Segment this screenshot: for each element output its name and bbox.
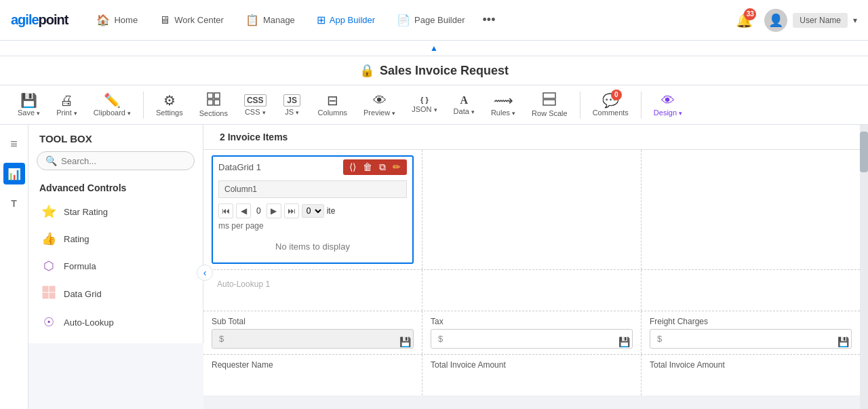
- side-icon-chart[interactable]: 📊: [3, 163, 25, 184]
- toolbar-design[interactable]: 👁 Design ▾: [647, 91, 689, 119]
- canvas-row-totals: Sub Total $ 💾 Tax $ 💾 Freight Charges: [203, 311, 860, 355]
- freight-save-icon[interactable]: 💾: [837, 336, 849, 347]
- toolbar-data[interactable]: A Data ▾: [447, 92, 481, 118]
- subtotal-save-icon[interactable]: 💾: [399, 336, 411, 347]
- notification-button[interactable]: 🔔 33: [732, 8, 756, 33]
- toolbar-rowscale[interactable]: Row Scale: [525, 90, 574, 120]
- canvas-cell-datagrid: DataGrid 1 ⟨⟩ 🗑 ⧉ ✏ Column1 ⏮: [203, 150, 422, 269]
- monitor-icon: 🖥: [159, 14, 170, 26]
- logo[interactable]: agilepoint: [11, 12, 68, 28]
- requester-name-label: Requester Name: [212, 360, 414, 370]
- form-canvas: DataGrid 1 ⟨⟩ 🗑 ⧉ ✏ Column1 ⏮: [203, 150, 860, 395]
- toolbar-settings[interactable]: ⚙ Settings: [149, 91, 190, 119]
- nav-item-appbuilder[interactable]: ⊞ App Builder: [307, 8, 384, 32]
- nav-item-pagebuilder[interactable]: 📄 Page Builder: [387, 8, 474, 32]
- nav-label-workcenter: Work Center: [174, 15, 224, 25]
- preview-icon: 👁: [373, 94, 387, 107]
- toolbar-divider-2: [580, 92, 580, 119]
- user-area[interactable]: 👤 User Name ▾: [764, 9, 857, 32]
- toolbar-clipboard[interactable]: ✏️ Clipboard ▾: [87, 91, 138, 119]
- freight-input[interactable]: $: [650, 329, 852, 349]
- canvas-row-autolookup: Auto-Lookup 1: [203, 270, 860, 311]
- datagrid-edit-btn[interactable]: ✏: [391, 161, 403, 173]
- user-avatar: 👤: [764, 9, 787, 32]
- user-dropdown-icon[interactable]: ▾: [853, 16, 857, 25]
- autolookup-label: Auto-Lookup: [64, 317, 114, 328]
- datagrid-widget[interactable]: DataGrid 1 ⟨⟩ 🗑 ⧉ ✏ Column1 ⏮: [212, 155, 414, 264]
- toolbar-js[interactable]: JS JS ▾: [276, 92, 309, 119]
- more-button[interactable]: •••: [477, 10, 501, 30]
- star-rating-icon: ⭐: [41, 204, 57, 219]
- save-icon: 💾: [20, 94, 37, 107]
- toolbar-comments[interactable]: 💬 0 Comments: [586, 91, 635, 119]
- appbuilder-icon: ⊞: [317, 14, 326, 26]
- toolbox-title: TOOL BOX: [28, 133, 203, 151]
- rowscale-label: Row Scale: [532, 109, 568, 117]
- canvas-area: 2 Invoice Items DataGrid 1 ⟨⟩ 🗑 ⧉ ✏: [203, 125, 860, 409]
- canvas-cell-autolookup: Auto-Lookup 1: [203, 270, 422, 311]
- tax-save-icon[interactable]: 💾: [618, 336, 630, 347]
- toolbox-item-autolookup[interactable]: ☉ Auto-Lookup: [34, 309, 197, 335]
- datagrid-title-bar: DataGrid 1 ⟨⟩ 🗑 ⧉ ✏: [213, 157, 412, 178]
- pagination-prev-btn[interactable]: ◀: [236, 203, 251, 218]
- rules-icon: ⟿: [494, 94, 513, 107]
- pagebuilder-icon: 📄: [397, 14, 410, 26]
- nav-item-manage[interactable]: 📋 Manage: [236, 8, 304, 32]
- toolbox-item-datagrid[interactable]: Data Grid: [34, 280, 197, 308]
- search-input[interactable]: [61, 156, 186, 166]
- rating-label: Rating: [64, 234, 90, 244]
- canvas-row-datagrid: DataGrid 1 ⟨⟩ 🗑 ⧉ ✏ Column1 ⏮: [203, 150, 860, 270]
- canvas-row-bottom-labels: Requester Name Total Invoice Amount Tota…: [203, 355, 860, 395]
- pagination-current: 0: [254, 206, 264, 216]
- toolbar-css[interactable]: CSS CSS ▾: [237, 92, 273, 119]
- lock-icon: 🔒: [359, 63, 374, 78]
- canvas-cell-tax: Tax $ 💾: [422, 311, 642, 354]
- user-name-label: User Name: [793, 13, 848, 28]
- side-icon-list[interactable]: ≡: [3, 133, 25, 155]
- nav-item-workcenter[interactable]: 🖥 Work Center: [150, 9, 233, 32]
- collapse-panel-button[interactable]: ‹: [197, 265, 213, 281]
- toolbox-items-list: ⭐ Star Rating 👍 Rating ⬡ Formula Data Gr…: [28, 199, 203, 335]
- toolbox-search-box[interactable]: 🔍: [37, 151, 195, 170]
- toolbar-preview[interactable]: 👁 Preview ▾: [357, 91, 402, 119]
- toolbar-rules[interactable]: ⟿ Rules ▾: [484, 91, 522, 119]
- toolbar-sections[interactable]: Sections: [193, 90, 235, 120]
- toolbox-item-star-rating[interactable]: ⭐ Star Rating: [34, 199, 197, 225]
- manage-icon: 📋: [245, 14, 259, 26]
- notification-badge: 33: [744, 8, 756, 20]
- pagination-next-btn[interactable]: ▶: [267, 203, 281, 218]
- star-rating-label: Star Rating: [64, 207, 108, 217]
- svg-rect-6: [43, 286, 48, 292]
- subtotal-input[interactable]: $: [212, 329, 414, 349]
- nav-right: 🔔 33 👤 User Name ▾: [732, 8, 857, 33]
- subtotal-prefix: $: [219, 334, 224, 344]
- items-per-page-select[interactable]: 0: [302, 204, 324, 218]
- total-invoice-label-2: Total Invoice Amount: [650, 360, 852, 370]
- toolbox-item-formula[interactable]: ⬡ Formula: [34, 253, 197, 279]
- nav-item-home[interactable]: 🏠 Home: [87, 8, 147, 32]
- canvas-cell-freight: Freight Charges $ 💾: [642, 311, 860, 354]
- pagination-first-btn[interactable]: ⏮: [218, 203, 233, 218]
- clipboard-icon: ✏️: [104, 94, 121, 107]
- total-invoice-label-1: Total Invoice Amount: [431, 360, 633, 370]
- toolbar-json[interactable]: { } JSON ▾: [405, 94, 443, 116]
- toolbar-columns[interactable]: ⊟ Columns: [311, 91, 354, 119]
- toolbox-item-rating[interactable]: 👍 Rating: [34, 226, 197, 252]
- datagrid-code-btn[interactable]: ⟨⟩: [347, 161, 358, 173]
- tax-input[interactable]: $: [431, 329, 633, 349]
- toolbar-save[interactable]: 💾 Save ▾: [11, 91, 47, 119]
- svg-rect-0: [208, 93, 213, 98]
- toolbox-section-title: Advanced Controls: [28, 178, 203, 199]
- nav-label-home: Home: [114, 15, 138, 25]
- pagination-last-btn[interactable]: ⏭: [284, 203, 299, 218]
- datagrid-delete-btn[interactable]: 🗑: [361, 161, 374, 173]
- toolbar-print[interactable]: 🖨 Print ▾: [50, 91, 84, 119]
- side-icon-user[interactable]: T: [3, 193, 25, 214]
- datagrid-copy-btn[interactable]: ⧉: [377, 161, 388, 173]
- page-title: Sales Invoice Request: [380, 64, 509, 78]
- svg-rect-2: [208, 100, 213, 105]
- right-scrollbar[interactable]: [860, 125, 868, 409]
- datagrid-empty-message: No items to display: [218, 233, 407, 260]
- toolbar-divider-1: [143, 92, 144, 119]
- collapse-arrow[interactable]: ▲: [0, 41, 868, 56]
